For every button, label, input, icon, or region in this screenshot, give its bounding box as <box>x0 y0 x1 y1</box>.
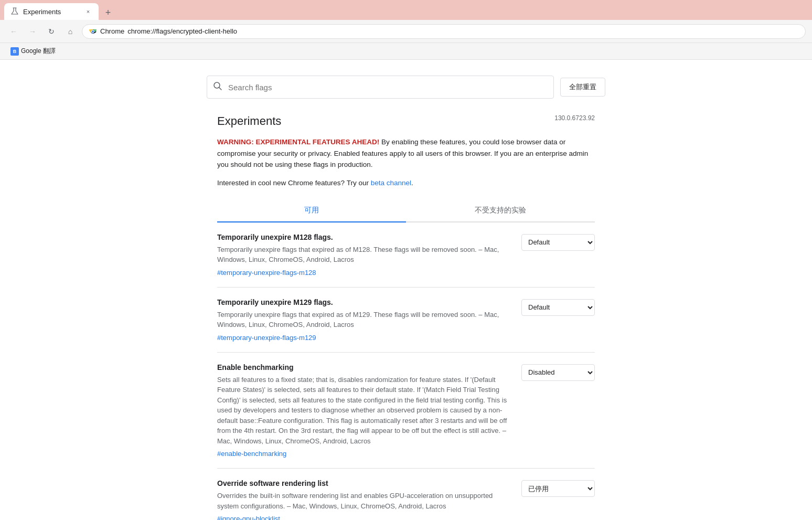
tab-available[interactable]: 可用 <box>217 199 406 222</box>
page-content: 全部重置 Experiments 130.0.6723.92 WARNING: … <box>0 60 812 520</box>
home-button[interactable]: ⌂ <box>63 24 78 39</box>
tab-unavailable-label: 不受支持的实验 <box>475 206 526 214</box>
reload-button[interactable]: ↻ <box>44 24 59 39</box>
flag-item: Temporarily unexpire M129 flags. Tempora… <box>217 288 595 353</box>
flag-title: Enable benchmarking <box>217 363 511 372</box>
beta-suffix: . <box>411 179 413 187</box>
search-input[interactable] <box>207 76 554 99</box>
flag-info: Enable benchmarking Sets all features to… <box>217 363 511 458</box>
bookmarks-bar: B Google 翻譯 <box>0 43 812 60</box>
flag-desc: Sets all features to a fixed state; that… <box>217 375 511 447</box>
search-box-wrapper <box>207 76 554 99</box>
flag-title: Override software rendering list <box>217 479 511 487</box>
flag-item: Temporarily unexpire M128 flags. Tempora… <box>217 222 595 288</box>
active-tab[interactable]: Experiments × <box>4 3 99 20</box>
forward-button[interactable]: → <box>25 24 40 39</box>
search-icon <box>213 81 222 93</box>
flag-desc: Overrides the built-in software renderin… <box>217 491 511 511</box>
tab-unavailable[interactable]: 不受支持的实验 <box>406 199 595 222</box>
flag-desc: Temporarily unexpire flags that expired … <box>217 245 511 265</box>
bookmark-translate-label: Google 翻譯 <box>21 47 56 56</box>
beta-intro: Interested in cool new Chrome features? … <box>217 179 371 187</box>
chrome-logo-icon <box>89 27 97 36</box>
tab-close-button[interactable]: × <box>84 7 92 16</box>
flag-info: Temporarily unexpire M128 flags. Tempora… <box>217 233 511 277</box>
beta-channel-link[interactable]: beta channel <box>371 179 411 187</box>
svg-line-4 <box>219 88 222 90</box>
flags-list: Temporarily unexpire M128 flags. Tempora… <box>217 222 595 520</box>
svg-point-2 <box>92 30 94 33</box>
page-header: Experiments 130.0.6723.92 <box>217 114 595 128</box>
flag-link[interactable]: #ignore-gpu-blocklist <box>217 515 280 520</box>
flag-select[interactable]: Default Enabled Disabled <box>521 234 595 251</box>
browser-titlebar: Experiments × + <box>0 0 812 20</box>
tab-favicon <box>10 7 19 16</box>
flag-control: Default Enabled Disabled <box>521 233 595 251</box>
beta-line: Interested in cool new Chrome features? … <box>217 179 595 187</box>
tabs-container: 可用 不受支持的实验 <box>217 199 595 222</box>
chrome-label: Chrome <box>100 27 124 35</box>
flag-control: Default Enabled Disabled <box>521 298 595 316</box>
warning-highlight: WARNING: EXPERIMENTAL FEATURES AHEAD! <box>217 138 379 146</box>
page-title: Experiments <box>217 114 281 128</box>
address-bar[interactable]: Chrome chrome://flags/encrypted-client-h… <box>82 24 806 39</box>
flag-control: Default Enabled Disabled <box>521 363 595 381</box>
flag-desc: Temporarily unexpire flags that expired … <box>217 310 511 330</box>
tab-bar: Experiments × + <box>4 0 115 20</box>
flag-title: Temporarily unexpire M129 flags. <box>217 298 511 306</box>
flag-item: Enable benchmarking Sets all features to… <box>217 353 595 469</box>
flag-info: Temporarily unexpire M129 flags. Tempora… <box>217 298 511 342</box>
flag-link[interactable]: #temporary-unexpire-flags-m129 <box>217 334 316 342</box>
back-button[interactable]: ← <box>6 24 21 39</box>
flag-link[interactable]: #temporary-unexpire-flags-m128 <box>217 269 316 277</box>
navigation-bar: ← → ↻ ⌂ Chrome chrome://flags/encrypted-… <box>0 20 812 43</box>
flag-info: Override software rendering list Overrid… <box>217 479 511 520</box>
warning-text: WARNING: EXPERIMENTAL FEATURES AHEAD! By… <box>217 136 595 171</box>
version-text: 130.0.6723.92 <box>554 114 595 122</box>
experiments-container: Experiments 130.0.6723.92 WARNING: EXPER… <box>217 114 595 520</box>
translate-favicon-icon: B <box>10 47 19 56</box>
flag-control: Default 已啟用 已停用 <box>521 479 595 497</box>
flag-link[interactable]: #enable-benchmarking <box>217 450 286 458</box>
flag-select[interactable]: Default Enabled Disabled <box>521 364 595 381</box>
search-area: 全部重置 <box>207 76 605 99</box>
tab-available-label: 可用 <box>304 206 319 214</box>
flag-select[interactable]: Default Enabled Disabled <box>521 299 595 316</box>
reset-all-button[interactable]: 全部重置 <box>560 78 605 97</box>
flag-item: Override software rendering list Overrid… <box>217 469 595 520</box>
bookmark-translate[interactable]: B Google 翻譯 <box>6 45 60 58</box>
tab-title: Experiments <box>23 8 80 16</box>
address-text: chrome://flags/encrypted-client-hello <box>127 27 237 35</box>
flag-select[interactable]: Default 已啟用 已停用 <box>521 480 595 497</box>
new-tab-button[interactable]: + <box>101 5 115 20</box>
flag-title: Temporarily unexpire M128 flags. <box>217 233 511 241</box>
